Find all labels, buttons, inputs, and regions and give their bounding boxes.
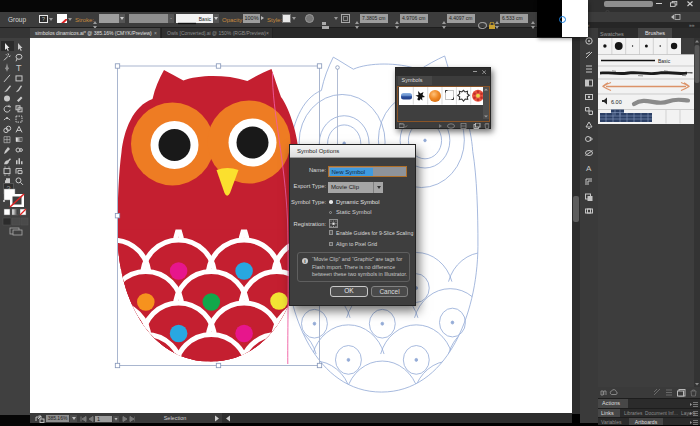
svg-text:Basic: Basic [658,58,671,64]
svg-text:6.00: 6.00 [611,98,622,104]
svg-text:1: 1 [97,416,100,422]
svg-text:A: A [586,164,592,173]
